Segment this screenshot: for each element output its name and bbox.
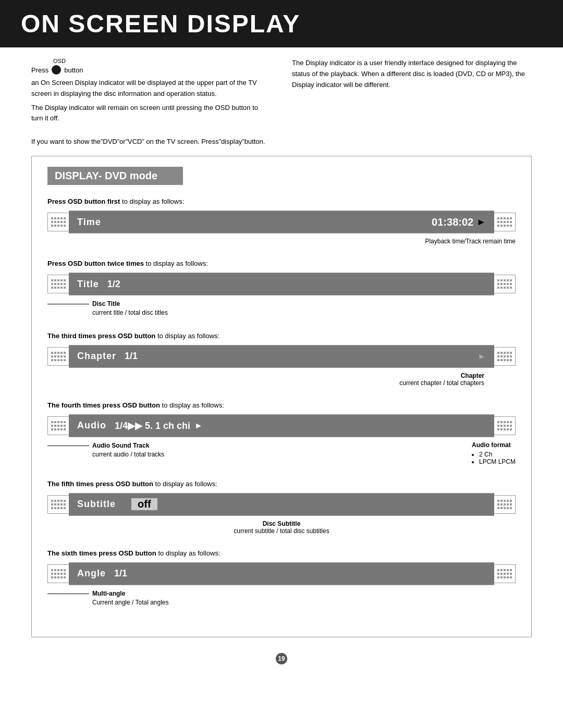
step-5-block: The fifth times press OSD button to disp… [47, 480, 516, 535]
audio-format-list: 2 Ch LPCM LPCM [472, 451, 516, 465]
step-4-bar-label: Audio [77, 420, 106, 431]
dots-left-4 [47, 416, 69, 435]
intro-para1: an On Screen Display indicator will be d… [31, 78, 271, 100]
osd-label: OSD [53, 58, 271, 64]
step-6-bar-label: Angle [77, 568, 106, 579]
step-2-bar-label: Title [77, 279, 99, 290]
step-1-label: Press OSD button first to display as fol… [47, 198, 516, 205]
if-line: If you want to show the”DVD”or”VCD” on t… [31, 138, 532, 145]
audio-format-item-2: LPCM LPCM [479, 458, 516, 465]
step-4-bar-value: 1/4▶▶ 5. 1 ch chi [115, 420, 190, 431]
dvd-mode-header: DISPLAY- DVD mode [47, 167, 183, 185]
step-3-bar-label: Chapter [77, 351, 116, 362]
step-1-arrow: ► [476, 217, 486, 228]
step-6-label: The sixth times press OSD button to disp… [47, 549, 516, 557]
press-text: Press [31, 66, 48, 74]
step-6-la-text: Multi-angle Current angle / Total angles [92, 589, 169, 607]
step-6-left-annotation-wrap: Multi-angle Current angle / Total angles [47, 589, 516, 607]
dots-left-1 [47, 213, 69, 231]
dvd-mode-section: DISPLAY- DVD mode Press OSD button first… [31, 156, 532, 637]
dots-right-5 [494, 495, 516, 514]
step-5-display-row: Subtitle off [47, 493, 516, 516]
step-2-block: Press OSD button twice times to display … [47, 260, 516, 317]
step-3-display-row: Chapter 1/1 ► [47, 345, 516, 368]
page-number-area: 19 [31, 653, 532, 664]
step-3-label: The third times press OSD button to disp… [47, 332, 516, 340]
step-5-bar-label: Subtitle [77, 499, 116, 510]
step-4-annotations: Audio Sound Track current audio / total … [47, 441, 516, 465]
dots-right-6 [494, 564, 516, 583]
step-2-display-row: Title 1/2 [47, 273, 516, 295]
step-2-left-annotation-wrap: Disc Title current title / total disc ti… [47, 300, 516, 317]
page-number: 19 [276, 653, 287, 664]
intro-para2: The Display indicator will remain on scr… [31, 103, 271, 125]
step-4-label: The fourth times press OSD button to dis… [47, 401, 516, 409]
dots-right-1 [494, 213, 516, 231]
step-5-below-annotation: Disc Subtitle current subtitle / total d… [47, 520, 516, 535]
step-3-bar: Chapter 1/1 ► [69, 345, 494, 368]
step-2-bar-value: 1/2 [107, 279, 120, 290]
step-1-bar-value: 01:38:02 [432, 216, 473, 228]
step-3-block: The third times press OSD button to disp… [47, 332, 516, 387]
dots-left-2 [47, 275, 69, 293]
step-2-label: Press OSD button twice times to display … [47, 260, 516, 267]
intro-right-para: The Display indicator is a user friendly… [292, 58, 532, 90]
step-5-bar: Subtitle off [69, 493, 494, 516]
step-6-display-row: Angle 1/1 [47, 562, 516, 585]
dots-right-3 [494, 347, 516, 366]
osd-button-icon [52, 65, 61, 75]
button-label: button [64, 66, 83, 74]
dots-left-5 [47, 495, 69, 514]
step-1-bar: Time 01:38:02 ► [69, 211, 494, 233]
step-1-block: Press OSD button first to display as fol… [47, 198, 516, 245]
dots-left-3 [47, 347, 69, 366]
step-6-block: The sixth times press OSD button to disp… [47, 549, 516, 607]
step-4-left-annotation: Audio Sound Track current audio / total … [47, 441, 164, 465]
step-3-right-annotation: Chapter current chapter / total chapters [47, 372, 516, 387]
page-title: ON SCREEN DISPLAY [21, 9, 542, 38]
step-6-bar-value: 1/1 [114, 568, 127, 579]
dots-right-4 [494, 416, 516, 435]
dots-right-2 [494, 275, 516, 293]
step-6-bar: Angle 1/1 [69, 562, 494, 585]
page-header: ON SCREEN DISPLAY [0, 0, 563, 47]
step-2-la-text: Disc Title current title / total disc ti… [92, 300, 168, 317]
step-1-display-row: Time 01:38:02 ► [47, 211, 516, 233]
step-3-bar-value: 1/1 [125, 351, 138, 362]
step-5-label: The fifth times press OSD button to disp… [47, 480, 516, 488]
step-1-bar-label: Time [77, 217, 101, 228]
step-4-display-row: Audio 1/4▶▶ 5. 1 ch chi ► [47, 414, 516, 437]
step-4-bar: Audio 1/4▶▶ 5. 1 ch chi ► [69, 414, 494, 437]
step-2-la-line [47, 304, 89, 304]
step-4-block: The fourth times press OSD button to dis… [47, 401, 516, 465]
dots-left-6 [47, 564, 69, 583]
audio-format-item-1: 2 Ch [479, 451, 516, 458]
step-5-bar-off: off [131, 498, 157, 510]
step-4-arrow: ► [194, 421, 203, 430]
step-2-bar: Title 1/2 [69, 273, 494, 295]
step-3-pointer: ► [478, 352, 486, 361]
step-1-right-annotation: Playback time/Track remain time [47, 238, 516, 245]
step-4-right-annotation: Audio format 2 Ch LPCM LPCM [472, 441, 516, 465]
